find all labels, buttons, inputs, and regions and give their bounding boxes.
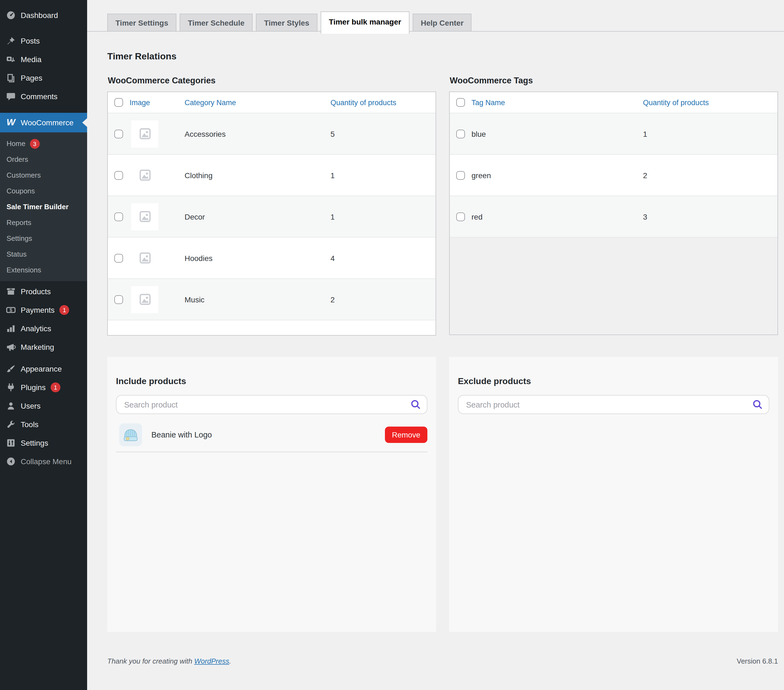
plugins-badge: 1 <box>51 383 61 392</box>
woocommerce-submenu: Home 3 Orders Customers Coupons Sale Tim… <box>0 132 87 281</box>
column-header-image[interactable]: Image <box>130 98 150 107</box>
admin-menu-lower: Products $ Payments 1 Analytics Marketin <box>0 281 87 471</box>
sidebar-item-settings[interactable]: Settings <box>0 434 87 452</box>
tab-timer-bulk-manager[interactable]: Timer bulk manager <box>321 12 409 34</box>
table-row: Accessories 5 <box>108 113 436 154</box>
sidebar-item-woocommerce[interactable]: W WooCommerce <box>0 113 87 132</box>
tab-help-center[interactable]: Help Center <box>413 13 472 31</box>
footer-thanks: Thank you for creating with WordPress. <box>107 657 231 665</box>
category-checkbox[interactable] <box>114 171 123 180</box>
tags-table: Tag Name Quantity of products blue 1 gre… <box>449 92 778 335</box>
column-header-quantity[interactable]: Quantity of products <box>643 98 709 107</box>
category-name: Music <box>160 295 331 304</box>
svg-text:$: $ <box>9 307 12 313</box>
admin-footer: Thank you for creating with WordPress. V… <box>107 657 778 665</box>
tag-qty: 3 <box>643 212 777 221</box>
category-checkbox[interactable] <box>114 212 123 221</box>
remove-product-button[interactable]: Remove <box>385 427 427 443</box>
categories-table: Image Category Name Quantity of products… <box>107 92 436 336</box>
sidebar-item-analytics[interactable]: Analytics <box>0 319 87 338</box>
included-product-name: Beanie with Logo <box>152 431 212 439</box>
sidebar-item-label: WooCommerce <box>21 118 74 127</box>
category-checkbox[interactable] <box>114 254 123 262</box>
submenu-item-status[interactable]: Status <box>0 246 87 262</box>
sidebar-item-label: Payments <box>21 305 55 314</box>
category-name: Accessories <box>160 129 331 138</box>
sidebar-item-pages[interactable]: Pages <box>0 69 87 87</box>
wordpress-admin: Dashboard Posts Media Pages <box>0 0 784 690</box>
sidebar-item-label: Settings <box>21 439 48 447</box>
submenu-item-settings[interactable]: Settings <box>0 231 87 246</box>
admin-content: Timer Settings Timer Schedule Timer Styl… <box>87 0 784 690</box>
include-products-card: Include products <box>107 357 436 632</box>
megaphone-icon <box>5 342 16 352</box>
sidebar-item-collapse-menu[interactable]: Collapse Menu <box>0 452 87 471</box>
image-placeholder-icon <box>131 162 158 189</box>
category-qty: 2 <box>331 295 436 304</box>
product-filter-cards: Include products <box>107 357 778 632</box>
sidebar-item-appearance[interactable]: Appearance <box>0 360 87 378</box>
tag-checkbox[interactable] <box>456 212 465 221</box>
category-checkbox[interactable] <box>114 295 123 304</box>
sidebar-item-marketing[interactable]: Marketing <box>0 338 87 356</box>
image-placeholder-icon <box>131 244 158 272</box>
tag-checkbox[interactable] <box>456 171 465 180</box>
submenu-item-reports[interactable]: Reports <box>0 215 87 231</box>
include-search <box>116 395 427 414</box>
tab-timer-styles[interactable]: Timer Styles <box>256 13 318 31</box>
wrench-icon <box>5 419 16 429</box>
sidebar-item-dashboard[interactable]: Dashboard <box>0 6 87 25</box>
search-icon[interactable] <box>410 399 422 410</box>
tags-table-empty-area <box>450 237 777 335</box>
submenu-item-home[interactable]: Home 3 <box>0 135 87 152</box>
sidebar-item-users[interactable]: Users <box>0 397 87 415</box>
sidebar-item-media[interactable]: Media <box>0 50 87 69</box>
search-icon[interactable] <box>752 399 763 410</box>
sidebar-item-plugins[interactable]: Plugins 1 <box>0 378 87 397</box>
submenu-item-extensions[interactable]: Extensions <box>0 262 87 278</box>
sidebar-item-tools[interactable]: Tools <box>0 415 87 434</box>
column-header-quantity[interactable]: Quantity of products <box>331 98 396 107</box>
column-header-category-name[interactable]: Category Name <box>184 98 236 107</box>
sidebar-item-label: Pages <box>21 74 42 82</box>
page-title: Timer Relations <box>107 51 784 62</box>
category-name: Clothing <box>160 171 331 180</box>
submenu-item-orders[interactable]: Orders <box>0 152 87 167</box>
payments-icon: $ <box>5 305 16 315</box>
tag-checkbox[interactable] <box>456 129 465 138</box>
tab-timer-settings[interactable]: Timer Settings <box>107 13 176 31</box>
sidebar-item-comments[interactable]: Comments <box>0 87 87 106</box>
sidebar-item-products[interactable]: Products <box>0 282 87 301</box>
select-all-tags-checkbox[interactable] <box>456 98 465 107</box>
tags-table-header: Tag Name Quantity of products <box>450 92 777 113</box>
exclude-search-input[interactable] <box>458 395 769 414</box>
category-checkbox[interactable] <box>114 129 123 138</box>
submenu-item-coupons[interactable]: Coupons <box>0 183 87 199</box>
included-product-row: Beanie with Logo Remove <box>116 418 427 452</box>
collapse-arrow-icon <box>5 456 16 467</box>
sidebar-item-posts[interactable]: Posts <box>0 31 87 50</box>
submenu-item-sale-timer-builder[interactable]: Sale Timer Builder <box>0 199 87 215</box>
submenu-item-customers[interactable]: Customers <box>0 167 87 183</box>
exclude-products-heading: Exclude products <box>458 376 769 386</box>
admin-sidebar: Dashboard Posts Media Pages <box>0 0 87 690</box>
categories-heading: WooCommerce Categories <box>108 76 436 86</box>
column-header-tag-name[interactable]: Tag Name <box>471 98 505 107</box>
select-all-categories-checkbox[interactable] <box>114 98 123 107</box>
sidebar-item-label: Plugins <box>21 383 46 392</box>
tags-heading: WooCommerce Tags <box>450 76 778 86</box>
category-name: Decor <box>160 212 331 221</box>
category-name: Hoodies <box>160 254 331 262</box>
table-row: Hoodies 4 <box>108 237 436 278</box>
sidebar-item-label: Users <box>21 401 41 410</box>
table-row: Clothing 1 <box>108 154 436 196</box>
table-row: blue 1 <box>450 113 777 154</box>
exclude-products-card: Exclude products <box>449 357 778 632</box>
sidebar-item-label: Appearance <box>21 365 62 373</box>
sidebar-item-payments[interactable]: $ Payments 1 <box>0 301 87 319</box>
table-row: Music 2 <box>108 278 436 320</box>
tab-timer-schedule[interactable]: Timer Schedule <box>180 13 253 31</box>
include-search-input[interactable] <box>116 395 427 414</box>
wordpress-link[interactable]: WordPress <box>194 657 229 665</box>
sidebar-item-label: Dashboard <box>21 11 58 20</box>
